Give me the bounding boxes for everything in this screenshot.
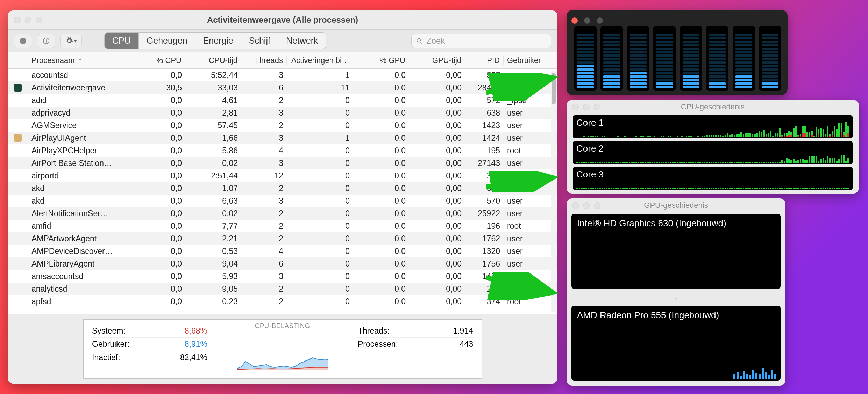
bar-segment xyxy=(735,79,752,81)
tab-energy[interactable]: Energie xyxy=(195,33,241,49)
bar-segment xyxy=(709,58,726,60)
process-table: Procesnaam⌃ % CPU CPU-tijd Threads Activ… xyxy=(8,52,557,314)
resize-handle-icon[interactable]: ○ xyxy=(571,294,781,300)
cell-name: AMPDeviceDiscover… xyxy=(28,247,129,256)
processes-value: 443 xyxy=(460,340,473,349)
bar-segment xyxy=(603,44,620,46)
col-cpu[interactable]: % CPU xyxy=(129,56,185,65)
bar-segment xyxy=(603,58,620,60)
settings-menu-button[interactable]: ▾ xyxy=(60,34,82,48)
scrollbar[interactable] xyxy=(551,71,556,312)
table-row[interactable]: AMPDeviceDiscover…0,00,53400,00,001320us… xyxy=(8,245,557,257)
tab-disk[interactable]: Schijf xyxy=(241,33,278,49)
table-body[interactable]: accountsd0,05:52,44310,00,00527userActiv… xyxy=(8,69,557,314)
table-row[interactable]: AirPlayXPCHelper0,05,86400,00,00195root xyxy=(8,144,557,157)
bar-segment xyxy=(735,72,752,74)
bar-segment xyxy=(683,44,699,46)
bar-segment xyxy=(709,51,726,53)
table-row[interactable]: apfsd0,00,23200,00,00374root xyxy=(8,295,557,308)
table-row[interactable]: adprivacyd0,02,81300,00,00638user xyxy=(8,107,557,119)
bar-segment xyxy=(630,72,647,74)
table-row[interactable]: akd0,06,63300,00,00570user xyxy=(8,195,557,207)
cell-pid: 28425 xyxy=(465,83,504,93)
idle-label: Inactief: xyxy=(92,353,120,362)
table-row[interactable]: AirPlayUIAgent0,01,66310,00,001424user xyxy=(8,132,557,144)
col-cputime[interactable]: CPU-tijd xyxy=(185,56,241,65)
col-processname[interactable]: Procesnaam⌃ xyxy=(28,56,129,65)
bar-segment xyxy=(683,79,699,81)
cell-gpu: 0,0 xyxy=(353,221,409,231)
table-row[interactable]: accountsd0,05:52,44310,00,00527user xyxy=(8,69,557,81)
table-row[interactable]: akd0,01,07200,00,00632root xyxy=(8,182,557,195)
col-activations[interactable]: Activeringen bi… xyxy=(287,56,353,65)
bar-segment xyxy=(735,75,752,78)
stop-process-button[interactable] xyxy=(14,34,32,48)
app-icon xyxy=(14,84,22,92)
search-field[interactable] xyxy=(411,34,551,48)
table-row[interactable]: AGMService0,057,45200,00,001423user xyxy=(8,119,557,132)
scrollbar-thumb[interactable] xyxy=(552,73,556,104)
cell-gpu: 0,0 xyxy=(353,83,409,93)
cell-cputime: 0,02 xyxy=(185,159,241,168)
cell-gputime: 0,00 xyxy=(409,159,465,168)
cell-cputime: 9,04 xyxy=(185,259,241,269)
table-row[interactable]: Activiteitenweergave30,533,036110,00,002… xyxy=(8,81,557,94)
cell-user: user xyxy=(504,159,549,168)
col-gpu[interactable]: % GPU xyxy=(353,56,409,65)
table-row[interactable]: airportd0,02:51,441200,00,00312root xyxy=(8,169,557,182)
col-user[interactable]: Gebruiker xyxy=(504,56,549,65)
bar-segment xyxy=(709,75,726,78)
table-row[interactable]: analyticsd0,09,05200,00,00243_analyticsd xyxy=(8,283,557,295)
table-row[interactable]: AMPLibraryAgent0,09,04600,00,001756user xyxy=(8,257,557,270)
table-row[interactable]: amsaccountsd0,05,93300,00,001428user xyxy=(8,270,557,283)
cell-icon xyxy=(8,134,28,142)
close-icon[interactable] xyxy=(571,17,578,24)
process-count-panel: Threads:1.914 Processen:443 xyxy=(349,319,482,379)
bar-segment xyxy=(577,79,594,81)
bar-segment xyxy=(735,58,752,60)
bar-segment xyxy=(603,68,620,71)
tab-cpu[interactable]: CPU xyxy=(105,33,139,49)
cell-user: root xyxy=(504,297,549,306)
sort-up-icon: ⌃ xyxy=(78,58,82,64)
tab-network[interactable]: Netwerk xyxy=(278,33,326,49)
system-value: 8,68% xyxy=(185,326,207,336)
table-row[interactable]: AirPort Base Station…0,00,02300,00,00271… xyxy=(8,157,557,169)
cell-cpu: 0,0 xyxy=(129,146,185,155)
table-row[interactable]: adid0,04,61200,00,00572_fpsd xyxy=(8,94,557,107)
info-button[interactable] xyxy=(37,34,55,48)
minimize-icon[interactable] xyxy=(584,17,590,24)
cell-cpu: 0,0 xyxy=(129,171,185,181)
core-column xyxy=(574,26,597,91)
cell-name: adid xyxy=(28,96,129,105)
cell-gputime: 0,00 xyxy=(409,297,465,306)
core-history-row: Core 3 xyxy=(573,167,853,190)
cpu-activity-floater[interactable] xyxy=(567,10,788,95)
cell-threads: 2 xyxy=(241,284,287,294)
table-row[interactable]: AlertNotificationSer…0,00,02200,00,00259… xyxy=(8,207,557,220)
gpu-history-window[interactable]: GPU-geschiedenis Intel® HD Graphics 630 … xyxy=(567,198,785,386)
core-column xyxy=(600,26,623,91)
bar-segment xyxy=(683,58,699,60)
cell-name: AMPLibraryAgent xyxy=(28,259,129,269)
cell-pid: 1423 xyxy=(465,121,504,130)
bar-segment xyxy=(735,48,752,50)
table-row[interactable]: amfid0,07,77200,00,00196root xyxy=(8,220,557,232)
cell-activ: 0 xyxy=(287,196,353,206)
col-threads[interactable]: Threads xyxy=(241,56,287,65)
maximize-icon[interactable] xyxy=(597,17,603,24)
cell-cpu: 30,5 xyxy=(129,83,185,93)
cell-pid: 374 xyxy=(465,297,504,306)
cpu-history-window[interactable]: CPU-geschiedenis Core 1Core 2Core 3 xyxy=(567,100,859,194)
table-row[interactable]: AMPArtworkAgent0,02,21200,00,001762user xyxy=(8,232,557,245)
col-pid[interactable]: PID xyxy=(465,56,504,65)
core-column xyxy=(706,26,728,91)
col-gputime[interactable]: GPU-tijd xyxy=(409,56,465,65)
tab-memory[interactable]: Geheugen xyxy=(139,33,195,49)
cell-gputime: 0,00 xyxy=(409,284,465,294)
svg-line-4 xyxy=(420,42,422,43)
cell-pid: 632 xyxy=(465,184,504,193)
cell-cputime: 1,07 xyxy=(185,184,241,193)
search-input[interactable] xyxy=(426,36,547,46)
cell-gpu: 0,0 xyxy=(353,146,409,155)
